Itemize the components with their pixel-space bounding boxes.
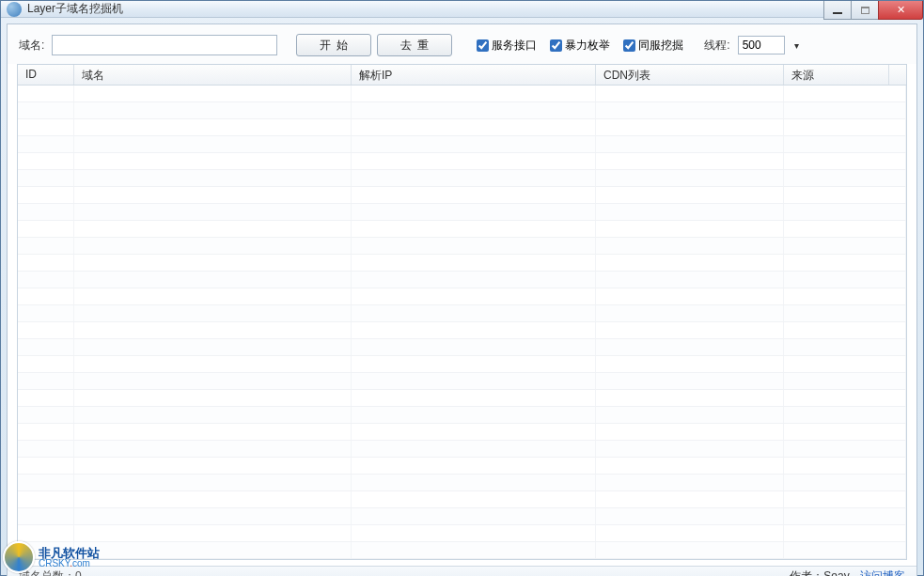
table-row[interactable] [18,187,906,204]
th-domain[interactable]: 域名 [74,65,352,85]
sameserver-checkbox[interactable] [623,39,635,52]
client-area: 域名: 开始 去重 服务接口 暴力枚举 同服挖掘 线程: ▾ [7,23,917,576]
author-name: Seay [823,569,849,576]
th-id[interactable]: ID [18,65,74,85]
maximize-button[interactable] [851,1,879,20]
titlebar[interactable]: Layer子域名挖掘机 ✕ [1,1,923,18]
domain-label: 域名: [19,38,44,54]
table-row[interactable] [18,525,906,542]
service-checkbox-group[interactable]: 服务接口 [477,38,537,54]
table-row[interactable] [18,255,906,272]
table-row[interactable] [18,153,906,170]
window-controls: ✕ [824,1,923,20]
status-right: 作者：Seay 访问博客 [790,568,905,576]
results-table: ID 域名 解析IP CDN列表 来源 [17,64,907,560]
table-row[interactable] [18,170,906,187]
table-row[interactable] [18,542,906,559]
service-checkbox-label: 服务接口 [492,38,537,54]
toolbar: 域名: 开始 去重 服务接口 暴力枚举 同服挖掘 线程: ▾ [8,24,916,64]
table-row[interactable] [18,288,906,305]
thread-input[interactable] [738,36,785,54]
app-icon [7,2,22,17]
table-row[interactable] [18,238,906,255]
table-row[interactable] [18,86,906,102]
close-button[interactable]: ✕ [878,1,923,20]
table-row[interactable] [18,322,906,339]
table-row[interactable] [18,356,906,373]
brute-checkbox-label: 暴力枚举 [565,38,610,54]
table-row[interactable] [18,407,906,424]
table-row[interactable] [18,475,906,491]
table-row[interactable] [18,508,906,525]
thread-dropdown-icon[interactable]: ▾ [794,40,799,51]
table-row[interactable] [18,491,906,508]
table-row[interactable] [18,119,906,136]
table-row[interactable] [18,272,906,288]
table-row[interactable] [18,221,906,238]
table-header: ID 域名 解析IP CDN列表 来源 [18,65,906,86]
th-cdn[interactable]: CDN列表 [596,65,784,85]
table-row[interactable] [18,339,906,356]
table-row[interactable] [18,204,906,221]
blog-link[interactable]: 访问博客 [860,569,905,576]
start-button[interactable]: 开始 [296,34,371,56]
sameserver-checkbox-group[interactable]: 同服挖掘 [623,38,683,54]
app-window: Layer子域名挖掘机 ✕ 域名: 开始 去重 服务接口 暴力枚举 [0,0,924,576]
table-row[interactable] [18,373,906,390]
table-row[interactable] [18,441,906,458]
author-label: 作者： [790,569,823,576]
status-count: 域名总数：0 [19,568,82,576]
table-row[interactable] [18,390,906,407]
statusbar: 域名总数：0 作者：Seay 访问博客 [8,566,916,576]
th-ip[interactable]: 解析IP [352,65,596,85]
table-row[interactable] [18,458,906,475]
table-row[interactable] [18,102,906,119]
table-row[interactable] [18,305,906,322]
sameserver-checkbox-label: 同服挖掘 [638,38,683,54]
thread-label: 线程: [704,38,729,54]
domain-input[interactable] [52,35,277,55]
service-checkbox[interactable] [477,39,489,52]
table-row[interactable] [18,136,906,153]
minimize-button[interactable] [823,1,852,20]
th-source[interactable]: 来源 [784,65,889,85]
th-scroll-spacer [889,65,906,85]
window-title: Layer子域名挖掘机 [27,1,123,17]
brute-checkbox-group[interactable]: 暴力枚举 [550,38,610,54]
dedup-button[interactable]: 去重 [377,34,452,56]
table-body[interactable] [18,86,906,559]
table-row[interactable] [18,424,906,441]
brute-checkbox[interactable] [550,39,562,52]
